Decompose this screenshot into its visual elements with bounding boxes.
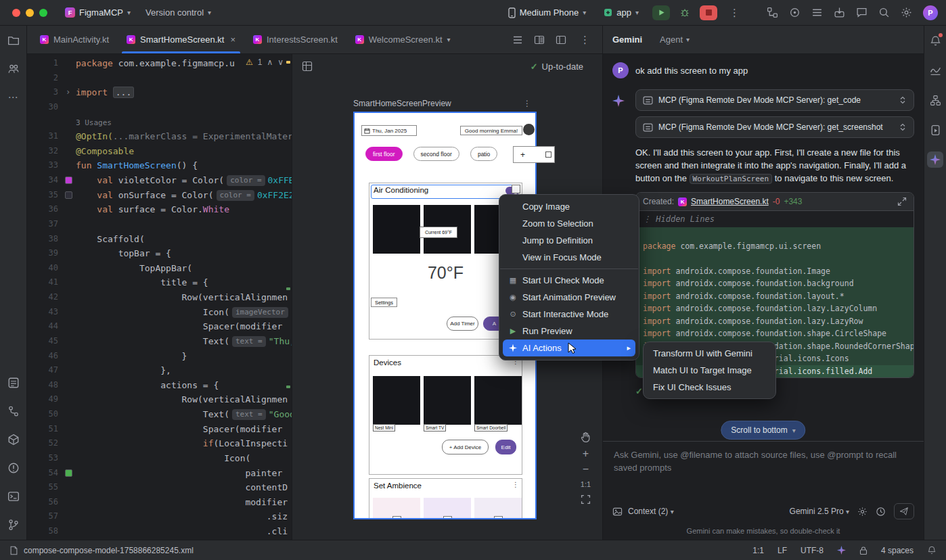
submenu-item-fix-ui-check-issues[interactable]: Fix UI Check Issues (644, 379, 775, 396)
fold-arrow-icon[interactable]: › (66, 85, 70, 100)
scroll-to-bottom-button[interactable]: Scroll to bottom ▾ (721, 421, 805, 440)
submenu-item-transform-ui-with-gemini[interactable]: Transform UI with Gemini (644, 345, 775, 362)
tab-interestsscreen[interactable]: InterestsScreen.kt (244, 26, 346, 53)
resource-manager-icon[interactable] (5, 61, 22, 77)
context-selector[interactable]: Context (2) ▾ (628, 507, 674, 516)
zoom-window-button[interactable] (39, 9, 47, 17)
history-icon[interactable] (876, 507, 886, 517)
expand-chevron-icon[interactable] (899, 95, 907, 105)
profile-avatar[interactable] (523, 124, 535, 135)
menu-item-copy-image[interactable]: Copy Image (499, 198, 639, 215)
prev-warning-icon[interactable]: ∧ (267, 57, 273, 67)
app-insights-icon[interactable] (927, 62, 943, 78)
split-view-icon[interactable] (534, 34, 545, 45)
more-actions-icon[interactable]: ⋮ (727, 7, 742, 19)
profiler-icon[interactable] (789, 7, 801, 18)
structure-icon[interactable] (927, 92, 943, 108)
menu-item-jump-to-definition[interactable]: Jump to Definition (499, 232, 639, 249)
edit-button[interactable]: Edit (495, 440, 516, 454)
attach-image-icon[interactable] (612, 507, 623, 517)
add-device-button[interactable]: + Add Device (442, 440, 489, 454)
sdk-manager-icon[interactable] (834, 7, 845, 18)
model-selector[interactable]: Gemini 2.5 Pro ▾ (790, 507, 849, 516)
gemini-settings-icon[interactable] (857, 507, 868, 517)
feedback-icon[interactable] (856, 7, 868, 18)
tab-agent[interactable]: Agent ▾ (660, 34, 690, 45)
menu-item-zoom-to-selection[interactable]: Zoom to Selection (499, 215, 639, 232)
inspection-stripe-mark[interactable] (286, 61, 290, 64)
floor-chip-patio[interactable]: patio (470, 147, 497, 161)
device-card[interactable]: Smart Doorbell (474, 376, 522, 425)
resize-handle[interactable] (545, 151, 551, 158)
minimize-window-button[interactable] (26, 9, 34, 17)
run-button[interactable] (652, 5, 670, 20)
project-tool-icon[interactable] (5, 32, 22, 49)
tool-call-chip[interactable]: MCP (Figma Remote Dev Mode MCP Server): … (635, 116, 914, 138)
stop-button[interactable] (700, 5, 717, 20)
settings-gear-icon[interactable] (901, 7, 912, 18)
ambience-options-icon[interactable]: ⋮ (512, 481, 519, 488)
add-timer-button[interactable]: Add Timer (447, 317, 478, 331)
design-view-icon[interactable] (556, 34, 566, 45)
code-view-icon[interactable] (512, 34, 523, 45)
code-editor[interactable]: 1package com.example.figmamcp.u23›import… (27, 54, 292, 540)
menu-item-start-ui-check-mode[interactable]: ▦Start UI Check Mode (499, 272, 639, 289)
grid-view-icon[interactable] (302, 61, 313, 72)
search-icon[interactable] (878, 7, 890, 18)
menu-item-run-preview[interactable]: ▶Run Preview (499, 323, 639, 340)
menu-item-start-animation-preview[interactable]: ◉Start Animation Preview (499, 289, 639, 306)
next-warning-icon[interactable]: ∨ (277, 57, 284, 67)
plus-chip-selection[interactable]: + (513, 146, 555, 163)
preview-title[interactable]: SmartHomeScreenPreview ⋮ (353, 99, 537, 108)
inspection-stripe-mark[interactable] (286, 386, 290, 388)
chevron-down-icon[interactable]: ▾ (447, 36, 451, 43)
gemini-prompt-input[interactable] (614, 448, 913, 478)
lock-icon[interactable] (859, 546, 868, 555)
inspection-stripe-mark[interactable] (286, 287, 290, 290)
send-button[interactable] (894, 503, 914, 519)
ac-card[interactable] (373, 205, 420, 254)
close-tab-icon[interactable]: × (230, 34, 235, 45)
ambience-card[interactable] (373, 498, 420, 518)
gemini-status-icon[interactable] (837, 546, 846, 555)
tab-smarthomescreen[interactable]: SmartHomeScreen.kt × (118, 26, 244, 53)
close-window-button[interactable] (12, 9, 20, 17)
color-preview-chip[interactable] (65, 191, 72, 199)
problems-tool-icon[interactable] (5, 460, 22, 476)
project-widget[interactable]: FigmaMCP ▾ (61, 5, 135, 20)
indent-selector[interactable]: 4 spaces (881, 546, 914, 555)
tab-welcomescreen[interactable]: WelcomeScreen.kt ▾ (346, 26, 459, 53)
notifications-icon[interactable] (927, 32, 943, 49)
editor-options-icon[interactable]: ⋮ (577, 34, 593, 46)
git-branch-tool-icon[interactable] (5, 517, 22, 533)
encoding-selector[interactable]: UTF-8 (801, 546, 824, 555)
ambience-card[interactable] (424, 498, 471, 518)
created-file-link[interactable]: SmartHomeScreen.kt (691, 197, 769, 206)
preview-options-icon[interactable]: ⋮ (523, 99, 531, 108)
color-preview-chip[interactable] (65, 177, 72, 184)
usages-hint[interactable]: 3 Usages (27, 115, 292, 130)
expand-chevron-icon[interactable] (899, 122, 907, 132)
debug-button[interactable] (679, 7, 690, 18)
device-card[interactable]: Smart TV (424, 376, 471, 425)
date-chip[interactable]: Thu, Jan 2025 (361, 125, 417, 136)
device-selector[interactable]: Medium Phone ▾ (504, 5, 590, 20)
open-diff-icon[interactable] (897, 197, 907, 206)
zoom-to-fit-icon[interactable] (581, 494, 591, 505)
floor-chip-second-floor[interactable]: second floor (413, 147, 459, 161)
vcs-widget[interactable]: Version control ▾ (141, 5, 215, 20)
resize-handle[interactable] (512, 185, 520, 193)
gemini-tool-icon[interactable] (927, 151, 943, 168)
zoom-out-button[interactable]: − (583, 465, 589, 474)
submenu-item-match-ui-to-target-image[interactable]: Match UI to Target Image (644, 362, 775, 379)
run-config-selector[interactable]: app ▾ (600, 5, 643, 20)
tab-gemini[interactable]: Gemini (612, 34, 642, 45)
line-ending-selector[interactable]: LF (778, 546, 787, 555)
workflow-icon[interactable] (767, 7, 778, 18)
menu-item-view-in-focus-mode[interactable]: View in Focus Mode (499, 249, 639, 266)
floor-chip-first-floor[interactable]: first floor (365, 147, 403, 161)
tool-call-chip[interactable]: MCP (Figma Remote Dev Mode MCP Server): … (635, 89, 914, 111)
inspection-widget[interactable]: ⚠ 1 ∧ ∨ (246, 57, 284, 67)
hidden-lines-row[interactable]: ⋮ Hidden Lines (636, 211, 914, 227)
device-card[interactable]: Nest Mini (373, 376, 420, 425)
